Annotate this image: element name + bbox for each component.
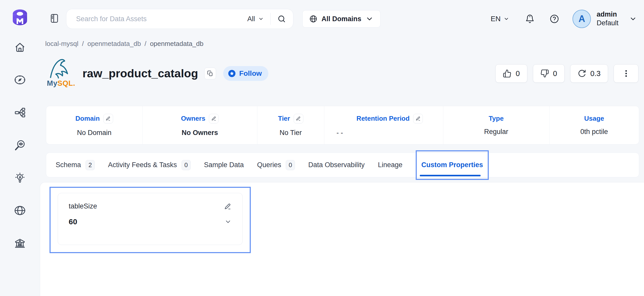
search-input[interactable]: [76, 15, 247, 23]
summary-domain: Domain No Domain: [46, 106, 142, 144]
avatar-initial: A: [578, 14, 585, 24]
all-domains-button[interactable]: All Domains: [302, 10, 380, 28]
sidebar-item-home[interactable]: [14, 41, 26, 53]
expand-property-icon[interactable]: [224, 218, 232, 225]
all-domains-label: All Domains: [321, 15, 361, 23]
edit-tier-button[interactable]: [294, 114, 303, 124]
chevron-down-icon: [365, 15, 374, 23]
flow-icon: [14, 107, 26, 118]
domain-value: No Domain: [77, 129, 111, 137]
annotation-box-property-card: tableSize 60: [50, 187, 251, 253]
entity-summary-card: Domain No Domain Owners No Owners Tier N…: [46, 106, 639, 144]
custom-property-card: tableSize 60: [58, 193, 243, 245]
chevron-down-icon: [504, 16, 509, 22]
edit-owners-button[interactable]: [209, 114, 219, 124]
notifications-bell-icon[interactable]: [525, 14, 535, 24]
edit-pencil-icon: [296, 116, 301, 121]
sidebar-item-insights[interactable]: [14, 172, 26, 184]
sidebar-toggle-icon[interactable]: [49, 13, 59, 24]
search-icon[interactable]: [277, 15, 286, 23]
sidebar-item-domains[interactable]: [14, 205, 26, 216]
breadcrumb-schema[interactable]: openmetadata_db: [150, 40, 204, 48]
compass-icon: [14, 74, 26, 86]
openmetadata-logo[interactable]: [10, 7, 30, 28]
thumbs-down-icon: [540, 69, 549, 78]
summary-type: Type Regular: [443, 106, 549, 144]
entity-tabs: Schema 2 Activity Feeds & Tasks 0 Sample…: [46, 153, 639, 177]
language-label: EN: [491, 15, 501, 23]
edit-pencil-icon: [415, 116, 421, 121]
topbar: All All Domains EN: [40, 0, 644, 38]
edit-retention-button[interactable]: [413, 114, 423, 124]
chevron-down-icon: [224, 218, 232, 225]
copy-icon: [207, 70, 213, 77]
govern-bank-icon: [14, 237, 26, 249]
tab-custom-properties[interactable]: Custom Properties: [421, 161, 483, 169]
usage-label: Usage: [584, 115, 604, 122]
mysql-logo: MySQL.: [45, 57, 77, 90]
edit-property-icon[interactable]: [224, 203, 232, 210]
tab-lineage[interactable]: Lineage: [378, 161, 402, 169]
tab-label: Lineage: [378, 161, 402, 169]
tier-label: Tier: [278, 115, 290, 122]
breadcrumb-service[interactable]: local-mysql: [45, 40, 78, 48]
tab-count-badge: 2: [86, 160, 95, 170]
sidebar-item-explore[interactable]: [14, 74, 26, 86]
version-button[interactable]: 0.3: [570, 64, 608, 83]
follow-label: Follow: [239, 69, 262, 78]
tab-activity-feeds[interactable]: Activity Feeds & Tasks 0: [108, 160, 191, 170]
tab-count-badge: 0: [182, 160, 191, 170]
globe-icon: [309, 15, 317, 23]
annotation-box-custom-properties: Custom Properties: [416, 150, 489, 180]
more-actions-button[interactable]: [614, 64, 638, 83]
type-value: Regular: [484, 128, 508, 136]
edit-pencil-icon: [105, 116, 111, 121]
chevron-down-icon: [629, 15, 637, 23]
active-tab-underline: [420, 175, 481, 176]
mysql-wordmark: MySQL.: [47, 79, 75, 88]
downvote-count: 0: [553, 69, 557, 78]
home-icon: [14, 41, 26, 53]
owners-value: No Owners: [182, 129, 218, 137]
global-search: All: [66, 9, 293, 29]
tab-data-observability[interactable]: Data Observability: [308, 161, 365, 169]
sidebar: [0, 0, 40, 296]
retention-label: Retention Period: [356, 115, 410, 122]
tier-value: No Tier: [280, 129, 302, 137]
edit-domain-button[interactable]: [103, 114, 113, 124]
tab-schema[interactable]: Schema 2: [56, 160, 95, 170]
summary-retention: Retention Period - -: [324, 106, 443, 144]
help-icon[interactable]: [550, 14, 559, 24]
usage-value: 0th pctile: [580, 128, 608, 136]
tab-label: Schema: [56, 161, 81, 169]
upvote-count: 0: [516, 69, 520, 78]
tab-sample-data[interactable]: Sample Data: [204, 161, 244, 169]
user-name: admin: [597, 10, 618, 19]
follow-button[interactable]: Follow: [223, 66, 269, 81]
custom-properties-panel: tableSize 60: [40, 182, 644, 296]
sidebar-item-observability[interactable]: [14, 107, 26, 118]
version-number: 0.3: [590, 69, 601, 78]
upvote-button[interactable]: 0: [495, 64, 527, 83]
edit-pencil-icon: [224, 203, 232, 210]
tab-queries[interactable]: Queries 0: [257, 160, 295, 170]
insights-bulb-icon: [14, 172, 26, 184]
sidebar-item-quality[interactable]: [14, 139, 26, 151]
tab-label: Queries: [257, 161, 281, 169]
property-value: 60: [69, 217, 77, 226]
thumbs-up-icon: [503, 69, 511, 78]
owners-label: Owners: [181, 115, 205, 122]
search-scope-value: All: [247, 15, 255, 23]
breadcrumb-separator: /: [82, 40, 84, 48]
copy-name-button[interactable]: [204, 68, 216, 79]
sidebar-item-govern[interactable]: [14, 237, 26, 249]
summary-tier: Tier No Tier: [257, 106, 324, 144]
entity-header: MySQL. raw_product_catalog Follow 0 0: [45, 56, 638, 91]
property-name: tableSize: [69, 202, 97, 210]
search-scope-select[interactable]: All: [247, 15, 264, 23]
globe-icon: [14, 205, 26, 216]
language-selector[interactable]: EN: [491, 15, 509, 23]
downvote-button[interactable]: 0: [533, 64, 565, 83]
breadcrumb-database[interactable]: openmetadata_db: [87, 40, 141, 48]
user-menu[interactable]: A admin Default: [573, 10, 637, 28]
